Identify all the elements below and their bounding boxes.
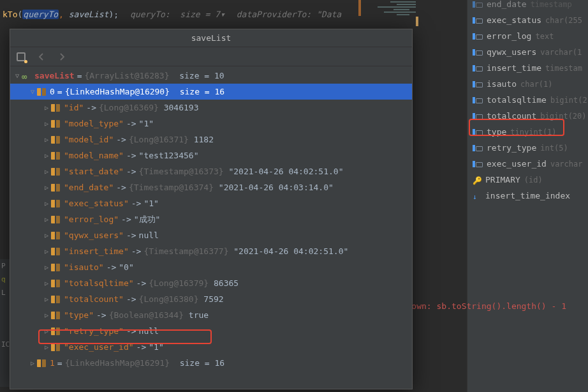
entry-key: "exec_status" bbox=[64, 199, 129, 208]
tree-row-item-type[interactable]: "type"->{Boolean@16344} true bbox=[10, 307, 412, 323]
tree-row-item[interactable]: "isauto"->"0" bbox=[10, 259, 412, 275]
chevron-right-icon[interactable] bbox=[42, 328, 51, 335]
entry-key: "end_date" bbox=[64, 183, 114, 192]
tree-row-item[interactable]: "model_type"->"1" bbox=[10, 116, 412, 132]
db-column-row[interactable]: exec_statuschar(255 bbox=[467, 12, 588, 28]
map-entry-icon bbox=[51, 312, 60, 319]
db-column-row[interactable]: retry_typeint(5) bbox=[467, 140, 588, 156]
nav-back-button[interactable] bbox=[36, 51, 47, 63]
map-entry-icon bbox=[51, 343, 60, 351]
chevron-right-icon[interactable] bbox=[42, 343, 51, 351]
chevron-right-icon[interactable] bbox=[28, 359, 37, 366]
db-col-type: varchar bbox=[550, 160, 583, 169]
entry-ref: {Long@16369} bbox=[99, 103, 159, 112]
tree-row-item[interactable]: "qywx_users"->null bbox=[10, 227, 412, 243]
tree-row-root[interactable]: saveList = {ArrayList@16283} size = 10 bbox=[10, 68, 412, 84]
entry-value: "test123456" bbox=[139, 151, 199, 160]
database-columns-panel[interactable]: end_datetimestamp exec_statuschar(255 er… bbox=[467, 0, 588, 392]
var-size: size = 10 bbox=[179, 71, 224, 80]
tree-row-item[interactable]: "exec_user_id"->"1" bbox=[10, 339, 412, 355]
chevron-right-icon[interactable] bbox=[42, 296, 51, 303]
chevron-right-icon[interactable] bbox=[42, 312, 51, 319]
db-column-row[interactable]: totalcountbigint(20) bbox=[467, 108, 588, 124]
param-savelist: saveList bbox=[69, 10, 109, 19]
tree-row-item[interactable]: "insert_time"->{Timestamp@16377} "2021-0… bbox=[10, 243, 412, 259]
tree-row-item[interactable]: "totalcount"->{Long@16380} 7592 bbox=[10, 291, 412, 307]
column-icon bbox=[473, 32, 483, 41]
db-column-row[interactable]: insert_timetimestam bbox=[467, 60, 588, 76]
db-primary-key-row[interactable]: 🔑PRIMARY(id) bbox=[467, 172, 588, 188]
tree-row-item[interactable]: "exec_status"->"1" bbox=[10, 195, 412, 211]
index: 0 bbox=[50, 87, 55, 96]
entry-key: "model_id" bbox=[64, 135, 114, 144]
entry-key: "start_date" bbox=[64, 167, 124, 176]
db-col-name: totalcount bbox=[487, 111, 536, 121]
entry-value: 3046193 bbox=[164, 103, 199, 112]
nav-forward-button[interactable] bbox=[56, 51, 68, 63]
entry-key: "retry_type" bbox=[64, 326, 124, 336]
settings-button[interactable] bbox=[15, 51, 27, 63]
chevron-right-icon[interactable] bbox=[42, 232, 51, 239]
param-queryto: queryTo bbox=[22, 10, 59, 19]
entry-value: 1182 bbox=[194, 135, 214, 144]
tree-row-entry-1[interactable]: 1 = {LinkedHashMap@16291} size = 16 bbox=[10, 355, 412, 371]
db-column-row[interactable]: isautochar(1) bbox=[467, 76, 588, 92]
tree-row-item[interactable]: "model_id"->{Long@16371} 1182 bbox=[10, 132, 412, 147]
variables-tree[interactable]: saveList = {ArrayList@16283} size = 10 0… bbox=[10, 66, 412, 389]
entry-value: true bbox=[189, 310, 209, 320]
tree-row-item[interactable]: "end_date"->{Timestamp@16374} "2021-04-2… bbox=[10, 179, 412, 195]
db-column-row[interactable]: qywx_usersvarchar(1 bbox=[467, 44, 588, 60]
map-entry-icon bbox=[51, 104, 60, 112]
column-icon bbox=[473, 112, 483, 121]
chevron-right-icon[interactable] bbox=[42, 248, 51, 255]
tree-row-item[interactable]: "model_name"->"test123456" bbox=[10, 147, 412, 163]
entry-value: null bbox=[139, 326, 159, 336]
db-column-row[interactable]: end_datetimestamp bbox=[467, 0, 588, 12]
db-column-row[interactable]: totalsqltimebigint(2 bbox=[467, 92, 588, 108]
map-entry-icon bbox=[51, 248, 60, 255]
db-col-name: exec_status bbox=[487, 15, 541, 25]
chevron-right-icon[interactable] bbox=[42, 264, 51, 271]
map-entry-icon bbox=[51, 232, 60, 239]
map-entry-icon bbox=[37, 359, 46, 367]
db-col-type: char(255 bbox=[545, 16, 582, 25]
db-column-row[interactable]: error_logtext bbox=[467, 28, 588, 44]
chevron-down-icon[interactable] bbox=[13, 72, 22, 79]
chevron-right-icon[interactable] bbox=[42, 136, 51, 143]
entry-key: "error_log" bbox=[64, 215, 119, 224]
chevron-right-icon[interactable] bbox=[42, 184, 51, 191]
chevron-right-icon[interactable] bbox=[42, 200, 51, 207]
entry-key: "model_type" bbox=[64, 119, 124, 128]
chevron-right-icon[interactable] bbox=[42, 120, 51, 127]
key-icon: 🔑 bbox=[473, 176, 481, 185]
tree-row-item[interactable]: "totalsqltime"->{Long@16379} 86365 bbox=[10, 275, 412, 291]
entry-value: 7592 bbox=[203, 294, 223, 304]
entry-value: "2021-04-26 04:02:51.0" bbox=[228, 167, 343, 176]
inline-hint-1-label: queryTo: bbox=[130, 10, 170, 19]
db-column-row[interactable]: typetinyint(1) bbox=[467, 124, 588, 140]
var-size: size = 16 bbox=[180, 87, 224, 96]
editor-minimap[interactable] bbox=[358, 0, 422, 29]
map-entry-icon bbox=[51, 200, 60, 207]
map-entry-icon bbox=[51, 216, 60, 223]
tree-row-entry-0[interactable]: 0 = {LinkedHashMap@16290} size = 16 bbox=[10, 84, 412, 100]
console-error-snippet: own: sb.toString().length() - 1 bbox=[411, 301, 566, 311]
chevron-right-icon[interactable] bbox=[42, 168, 51, 175]
chevron-down-icon[interactable] bbox=[28, 88, 37, 95]
tree-row-item[interactable]: "id"->{Long@16369} 3046193 bbox=[10, 100, 412, 116]
inline-hint-2-value: "Data bbox=[316, 10, 341, 19]
tree-row-item[interactable]: "error_log"->"成功" bbox=[10, 211, 412, 227]
chevron-right-icon[interactable] bbox=[42, 216, 51, 223]
tree-row-item[interactable]: "start_date"->{Timestamp@16373} "2021-04… bbox=[10, 163, 412, 179]
entry-ref: {Boolean@16344} bbox=[109, 310, 184, 320]
map-entry-icon bbox=[51, 264, 60, 271]
entry-value: "1" bbox=[143, 199, 158, 208]
index: 1 bbox=[50, 358, 55, 368]
chevron-right-icon[interactable] bbox=[42, 104, 51, 111]
chevron-right-icon[interactable] bbox=[42, 280, 51, 287]
chevron-right-icon[interactable] bbox=[42, 152, 51, 159]
tree-row-item[interactable]: "retry_type"->null bbox=[10, 323, 412, 339]
db-index-row[interactable]: ↓insert_time_index bbox=[467, 188, 588, 204]
entry-key: "totalcount" bbox=[64, 294, 124, 304]
db-column-row[interactable]: exec_user_idvarchar bbox=[467, 156, 588, 172]
